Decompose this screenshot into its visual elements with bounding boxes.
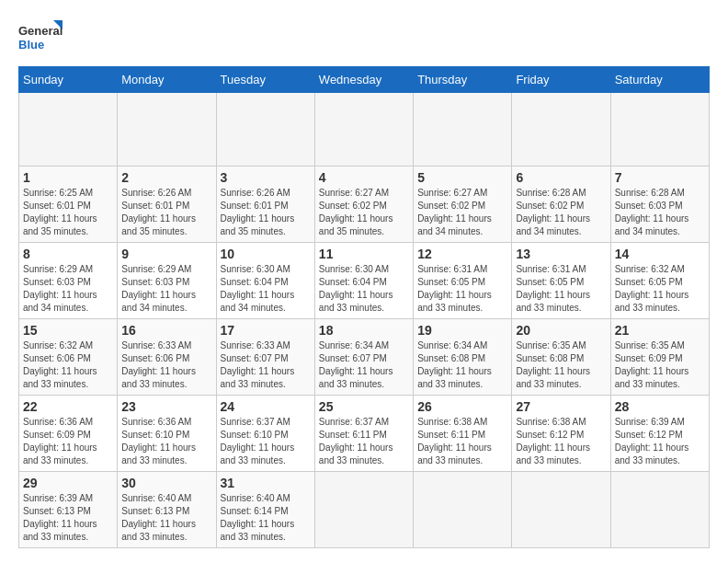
col-header-monday: Monday [118,67,216,93]
day-info: Sunrise: 6:30 AMSunset: 6:04 PMDaylight:… [319,263,409,315]
day-info: Sunrise: 6:33 AMSunset: 6:07 PMDaylight:… [221,339,311,391]
calendar-cell: 20Sunrise: 6:35 AMSunset: 6:08 PMDayligh… [512,319,610,396]
calendar-week-0 [19,93,710,167]
calendar-cell: 15Sunrise: 6:32 AMSunset: 6:06 PMDayligh… [19,319,118,396]
day-number: 25 [319,399,409,414]
day-number: 3 [221,170,311,185]
day-number: 4 [319,170,409,185]
calendar-week-3: 15Sunrise: 6:32 AMSunset: 6:06 PMDayligh… [19,319,710,396]
calendar-cell: 18Sunrise: 6:34 AMSunset: 6:07 PMDayligh… [314,319,413,396]
calendar-cell: 19Sunrise: 6:34 AMSunset: 6:08 PMDayligh… [414,319,512,396]
day-number: 27 [516,399,606,414]
logo-svg: General Blue [18,18,64,57]
calendar-cell [512,472,610,548]
calendar-week-4: 22Sunrise: 6:36 AMSunset: 6:09 PMDayligh… [19,396,710,472]
calendar-table: SundayMondayTuesdayWednesdayThursdayFrid… [18,66,710,548]
header-row: SundayMondayTuesdayWednesdayThursdayFrid… [19,67,710,93]
calendar-cell [19,93,118,167]
calendar-cell [414,472,512,548]
day-info: Sunrise: 6:40 AMSunset: 6:13 PMDaylight:… [121,492,211,544]
day-number: 8 [23,247,113,261]
calendar-cell: 8Sunrise: 6:29 AMSunset: 6:03 PMDaylight… [19,243,118,319]
calendar-cell: 28Sunrise: 6:39 AMSunset: 6:12 PMDayligh… [610,396,709,472]
day-info: Sunrise: 6:37 AMSunset: 6:11 PMDaylight:… [319,416,409,467]
day-number: 29 [23,476,113,490]
day-info: Sunrise: 6:30 AMSunset: 6:04 PMDaylight:… [221,263,311,315]
day-info: Sunrise: 6:36 AMSunset: 6:09 PMDaylight:… [23,416,113,467]
calendar-cell: 30Sunrise: 6:40 AMSunset: 6:13 PMDayligh… [118,472,216,548]
day-info: Sunrise: 6:35 AMSunset: 6:08 PMDaylight:… [516,339,606,391]
calendar-cell: 21Sunrise: 6:35 AMSunset: 6:09 PMDayligh… [610,319,709,396]
day-number: 18 [319,323,409,338]
day-number: 17 [221,323,311,338]
svg-text:General: General [18,24,63,38]
day-info: Sunrise: 6:32 AMSunset: 6:06 PMDaylight:… [23,339,113,391]
day-info: Sunrise: 6:37 AMSunset: 6:10 PMDaylight:… [221,416,311,467]
calendar-cell: 4Sunrise: 6:27 AMSunset: 6:02 PMDaylight… [314,167,413,243]
day-info: Sunrise: 6:27 AMSunset: 6:02 PMDaylight:… [417,187,507,238]
calendar-cell [314,472,413,548]
col-header-saturday: Saturday [610,67,709,93]
day-info: Sunrise: 6:38 AMSunset: 6:12 PMDaylight:… [516,416,606,467]
day-number: 15 [23,323,113,338]
calendar-cell: 25Sunrise: 6:37 AMSunset: 6:11 PMDayligh… [314,396,413,472]
calendar-cell: 14Sunrise: 6:32 AMSunset: 6:05 PMDayligh… [610,243,709,319]
day-number: 21 [615,323,705,338]
day-number: 10 [221,247,311,261]
calendar-cell [610,93,709,167]
day-number: 12 [417,247,507,261]
calendar-cell: 24Sunrise: 6:37 AMSunset: 6:10 PMDayligh… [216,396,314,472]
day-number: 31 [221,476,311,490]
day-info: Sunrise: 6:29 AMSunset: 6:03 PMDaylight:… [121,263,211,315]
col-header-thursday: Thursday [414,67,512,93]
calendar-cell: 1Sunrise: 6:25 AMSunset: 6:01 PMDaylight… [19,167,118,243]
logo: General Blue [18,18,64,57]
day-info: Sunrise: 6:25 AMSunset: 6:01 PMDaylight:… [23,187,113,238]
day-number: 13 [516,247,606,261]
calendar-cell: 6Sunrise: 6:28 AMSunset: 6:02 PMDaylight… [512,167,610,243]
day-info: Sunrise: 6:38 AMSunset: 6:11 PMDaylight:… [417,416,507,467]
day-info: Sunrise: 6:28 AMSunset: 6:03 PMDaylight:… [615,187,705,238]
day-number: 14 [615,247,705,261]
day-info: Sunrise: 6:39 AMSunset: 6:13 PMDaylight:… [23,492,113,544]
day-number: 5 [417,170,507,185]
day-number: 23 [121,399,211,414]
day-info: Sunrise: 6:34 AMSunset: 6:07 PMDaylight:… [319,339,409,391]
day-info: Sunrise: 6:28 AMSunset: 6:02 PMDaylight:… [516,187,606,238]
calendar-cell: 11Sunrise: 6:30 AMSunset: 6:04 PMDayligh… [314,243,413,319]
day-info: Sunrise: 6:34 AMSunset: 6:08 PMDaylight:… [417,339,507,391]
calendar-cell: 7Sunrise: 6:28 AMSunset: 6:03 PMDaylight… [610,167,709,243]
day-number: 28 [615,399,705,414]
calendar-cell [414,93,512,167]
day-number: 2 [121,170,211,185]
day-number: 7 [615,170,705,185]
day-number: 6 [516,170,606,185]
page-header: General Blue [18,18,710,57]
calendar-cell: 29Sunrise: 6:39 AMSunset: 6:13 PMDayligh… [19,472,118,548]
calendar-cell [118,93,216,167]
calendar-cell: 3Sunrise: 6:26 AMSunset: 6:01 PMDaylight… [216,167,314,243]
day-info: Sunrise: 6:39 AMSunset: 6:12 PMDaylight:… [615,416,705,467]
calendar-cell: 22Sunrise: 6:36 AMSunset: 6:09 PMDayligh… [19,396,118,472]
day-info: Sunrise: 6:40 AMSunset: 6:14 PMDaylight:… [221,492,311,544]
day-info: Sunrise: 6:33 AMSunset: 6:06 PMDaylight:… [121,339,211,391]
day-number: 22 [23,399,113,414]
day-number: 11 [319,247,409,261]
calendar-cell: 16Sunrise: 6:33 AMSunset: 6:06 PMDayligh… [118,319,216,396]
calendar-cell: 2Sunrise: 6:26 AMSunset: 6:01 PMDaylight… [118,167,216,243]
calendar-cell: 10Sunrise: 6:30 AMSunset: 6:04 PMDayligh… [216,243,314,319]
calendar-week-5: 29Sunrise: 6:39 AMSunset: 6:13 PMDayligh… [19,472,710,548]
calendar-cell: 9Sunrise: 6:29 AMSunset: 6:03 PMDaylight… [118,243,216,319]
calendar-cell: 12Sunrise: 6:31 AMSunset: 6:05 PMDayligh… [414,243,512,319]
col-header-tuesday: Tuesday [216,67,314,93]
calendar-cell [216,93,314,167]
day-number: 20 [516,323,606,338]
col-header-friday: Friday [512,67,610,93]
day-info: Sunrise: 6:36 AMSunset: 6:10 PMDaylight:… [121,416,211,467]
calendar-cell: 27Sunrise: 6:38 AMSunset: 6:12 PMDayligh… [512,396,610,472]
day-info: Sunrise: 6:26 AMSunset: 6:01 PMDaylight:… [221,187,311,238]
calendar-week-1: 1Sunrise: 6:25 AMSunset: 6:01 PMDaylight… [19,167,710,243]
svg-text:Blue: Blue [18,38,44,52]
day-number: 26 [417,399,507,414]
calendar-cell: 23Sunrise: 6:36 AMSunset: 6:10 PMDayligh… [118,396,216,472]
